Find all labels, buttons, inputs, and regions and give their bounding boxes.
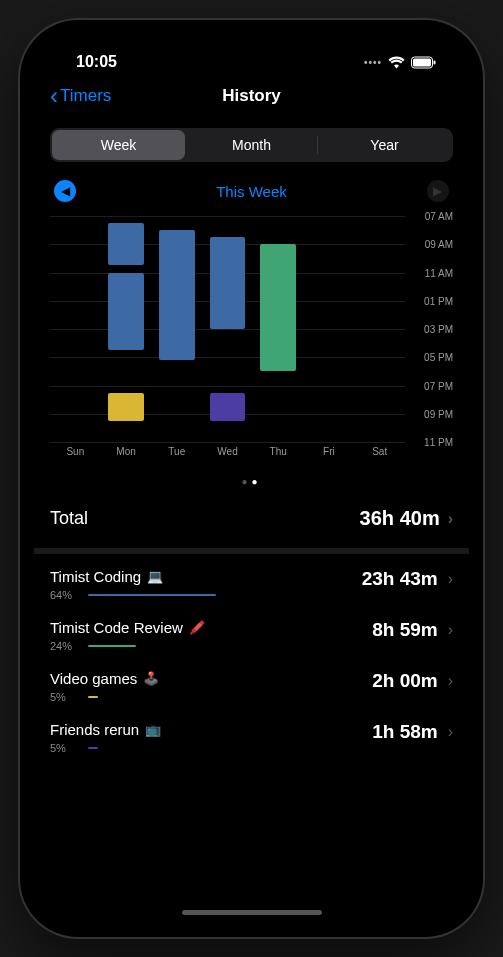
day-column <box>202 216 253 442</box>
category-row[interactable]: Timist Coding 💻 64% 23h 43m › <box>34 558 469 609</box>
gridline <box>50 442 405 443</box>
chevron-right-icon: › <box>448 723 453 741</box>
category-percent: 5% <box>50 691 80 703</box>
category-value: 8h 59m <box>372 619 437 641</box>
category-bar-track <box>88 747 288 749</box>
back-button[interactable]: ‹ Timers <box>50 84 111 108</box>
category-percent: 64% <box>50 589 80 601</box>
category-row[interactable]: Video games 🕹️ 5% 2h 00m › <box>34 660 469 711</box>
y-axis-label: 03 PM <box>424 324 453 335</box>
svg-rect-2 <box>434 60 436 64</box>
day-column <box>253 216 304 442</box>
category-bar-fill <box>88 645 136 647</box>
category-bar-track <box>88 645 288 647</box>
svg-rect-1 <box>413 58 431 66</box>
day-column <box>101 216 152 442</box>
category-value: 2h 00m <box>372 670 437 692</box>
category-percent: 5% <box>50 742 80 754</box>
category-bar-fill <box>88 747 98 749</box>
period-label[interactable]: This Week <box>216 183 287 200</box>
chart-bar[interactable] <box>210 237 246 329</box>
category-row[interactable]: Friends rerun 📺 5% 1h 58m › <box>34 711 469 762</box>
chart-bar[interactable] <box>108 223 144 265</box>
day-column <box>304 216 355 442</box>
chevron-right-icon: › <box>448 672 453 690</box>
x-axis-label: Tue <box>151 446 202 466</box>
x-axis-label: Sat <box>354 446 405 466</box>
nav-bar: ‹ Timers History <box>34 76 469 120</box>
y-axis-label: 09 PM <box>424 408 453 419</box>
segmented-control: Week Month Year <box>50 128 453 162</box>
chevron-left-icon: ‹ <box>50 84 58 108</box>
category-emoji-icon: 💻 <box>147 569 163 584</box>
x-axis-label: Fri <box>304 446 355 466</box>
category-name: Video games <box>50 670 137 687</box>
category-bar-fill <box>88 594 216 596</box>
total-label: Total <box>50 508 88 529</box>
category-value: 23h 43m <box>362 568 438 590</box>
segment-year[interactable]: Year <box>318 130 451 160</box>
y-axis-label: 09 AM <box>425 239 453 250</box>
category-emoji-icon: 🕹️ <box>143 671 159 686</box>
chart-bar[interactable] <box>108 273 144 351</box>
category-name: Timist Coding <box>50 568 141 585</box>
page-indicator[interactable]: ●● <box>34 476 469 487</box>
category-emoji-icon: 📺 <box>145 722 161 737</box>
period-nav: ◀ This Week ▶ <box>34 174 469 212</box>
x-axis-label: Sun <box>50 446 101 466</box>
category-row[interactable]: Timist Code Review 🖍️ 24% 8h 59m › <box>34 609 469 660</box>
section-divider <box>34 548 469 554</box>
category-name: Timist Code Review <box>50 619 183 636</box>
y-axis-label: 11 PM <box>424 437 453 448</box>
x-axis-label: Thu <box>253 446 304 466</box>
x-axis-label: Wed <box>202 446 253 466</box>
y-axis-label: 11 AM <box>425 267 453 278</box>
category-value: 1h 58m <box>372 721 437 743</box>
page-title: History <box>222 86 281 106</box>
segment-month[interactable]: Month <box>185 130 318 160</box>
category-name: Friends rerun <box>50 721 139 738</box>
phone-frame: 10:05 •••• ‹ Timers History Week Month Y… <box>20 20 483 937</box>
y-axis-label: 01 PM <box>424 295 453 306</box>
wifi-icon <box>388 56 405 69</box>
screen: 10:05 •••• ‹ Timers History Week Month Y… <box>34 34 469 923</box>
home-indicator[interactable] <box>182 910 322 915</box>
status-time: 10:05 <box>66 53 117 71</box>
chevron-right-icon: › <box>448 570 453 588</box>
total-row[interactable]: Total 36h 40m › <box>34 493 469 544</box>
total-value: 36h 40m <box>360 507 440 530</box>
chart-bar[interactable] <box>210 393 246 421</box>
y-axis-label: 05 PM <box>424 352 453 363</box>
page-dot-active: ● <box>252 476 262 487</box>
next-period-button: ▶ <box>427 180 449 202</box>
phone-notch <box>162 34 342 60</box>
chevron-right-icon: › <box>448 621 453 639</box>
cellular-dots-icon: •••• <box>364 57 382 68</box>
category-bar-fill <box>88 696 98 698</box>
back-label: Timers <box>60 86 111 106</box>
day-column <box>151 216 202 442</box>
category-percent: 24% <box>50 640 80 652</box>
battery-icon <box>411 56 437 69</box>
y-axis-label: 07 PM <box>424 380 453 391</box>
category-emoji-icon: 🖍️ <box>189 620 205 635</box>
chart-bar[interactable] <box>108 393 144 421</box>
page-dot: ● <box>241 476 251 487</box>
chart-bar[interactable] <box>159 230 195 360</box>
chevron-right-icon: › <box>448 510 453 528</box>
category-bar-track <box>88 696 288 698</box>
category-bar-track <box>88 594 288 596</box>
day-column <box>50 216 101 442</box>
x-axis-label: Mon <box>101 446 152 466</box>
timeline-chart[interactable]: 07 AM09 AM11 AM01 PM03 PM05 PM07 PM09 PM… <box>50 216 453 466</box>
prev-period-button[interactable]: ◀ <box>54 180 76 202</box>
chart-bar[interactable] <box>260 244 296 371</box>
day-column <box>354 216 405 442</box>
y-axis-label: 07 AM <box>425 211 453 222</box>
segment-week[interactable]: Week <box>52 130 185 160</box>
